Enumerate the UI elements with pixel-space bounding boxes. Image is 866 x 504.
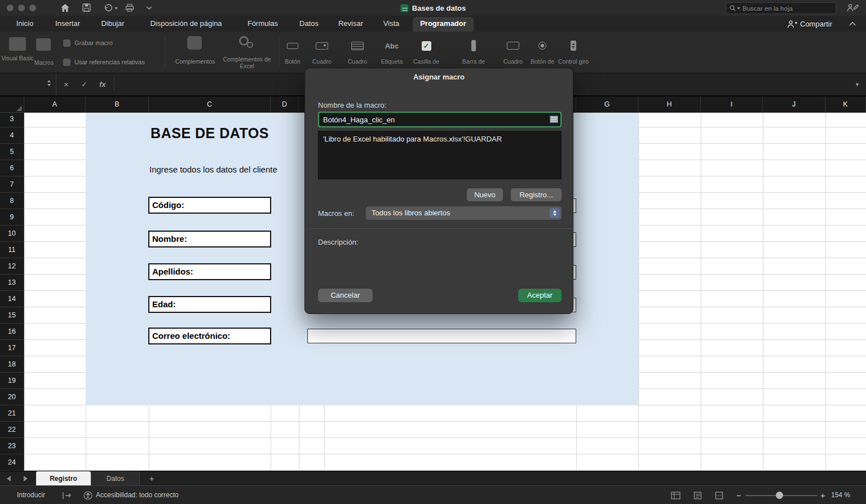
next-sheet-arrow-icon[interactable] xyxy=(24,476,28,481)
select-all-corner[interactable] xyxy=(0,96,24,113)
macro-list[interactable]: 'Libro de Excel habilitado para Macros.x… xyxy=(318,131,562,179)
row-header[interactable]: 9 xyxy=(0,209,24,226)
row-header[interactable]: 4 xyxy=(0,127,24,144)
confirm-entry-icon[interactable]: ✓ xyxy=(81,73,87,96)
tab-revisar[interactable]: Revisar xyxy=(338,16,363,32)
row-header[interactable]: 24 xyxy=(0,454,24,471)
row-header[interactable]: 7 xyxy=(0,176,24,193)
row-header[interactable]: 23 xyxy=(0,438,24,454)
search-input[interactable] xyxy=(743,5,827,12)
tab-dibujar[interactable]: Dibujar xyxy=(101,16,124,32)
range-selector-icon[interactable] xyxy=(550,116,558,123)
undo-icon[interactable] xyxy=(104,3,113,12)
undo-menu-chevron-icon[interactable] xyxy=(114,7,118,10)
row-header[interactable]: 13 xyxy=(0,275,24,291)
column-header-c[interactable]: C xyxy=(149,96,271,113)
column-header-j[interactable]: J xyxy=(763,96,825,113)
normal-view-icon[interactable] xyxy=(671,492,681,499)
row-header[interactable]: 17 xyxy=(0,340,24,356)
search-box[interactable] xyxy=(726,2,836,14)
field-input-correo[interactable] xyxy=(307,329,576,343)
relative-references-label[interactable]: Usar referencias relativas xyxy=(74,59,145,66)
name-box-stepper-icon[interactable] xyxy=(47,80,51,86)
cancel-entry-icon[interactable]: × xyxy=(64,73,69,96)
row-header[interactable]: 22 xyxy=(0,422,24,438)
print-icon[interactable] xyxy=(125,3,134,12)
column-header-k[interactable]: K xyxy=(825,96,866,113)
list-box-control-icon[interactable] xyxy=(348,38,367,53)
row-header[interactable]: 21 xyxy=(0,405,24,422)
combo-box-control-icon[interactable] xyxy=(312,38,332,53)
row-header[interactable]: 18 xyxy=(0,356,24,373)
tab-inicio[interactable]: Inicio xyxy=(16,16,33,32)
insert-function-button[interactable]: fx xyxy=(99,73,106,96)
checkbox-control-icon[interactable]: ✓ xyxy=(417,38,436,53)
label-control-icon[interactable]: Abc xyxy=(382,38,401,53)
maximize-window-button[interactable] xyxy=(29,5,36,11)
row-header[interactable]: 6 xyxy=(0,160,24,176)
row-header[interactable]: 15 xyxy=(0,307,24,324)
visual-basic-icon[interactable] xyxy=(9,37,26,51)
zoom-level[interactable]: 154 % xyxy=(831,486,850,504)
zoom-slider-thumb[interactable] xyxy=(776,492,783,499)
insert-mode-icon[interactable] xyxy=(62,492,72,499)
group-box-control-icon[interactable] xyxy=(503,38,523,53)
button-control-icon[interactable] xyxy=(283,38,302,53)
relative-references-icon[interactable] xyxy=(63,59,70,66)
tab-insertar[interactable]: Insertar xyxy=(55,16,80,32)
tab-datos[interactable]: Datos xyxy=(299,16,319,32)
row-header[interactable]: 16 xyxy=(0,324,24,340)
macro-name-input[interactable] xyxy=(318,112,562,127)
row-header[interactable]: 11 xyxy=(0,242,24,258)
macro-list-item[interactable]: 'Libro de Excel habilitado para Macros.x… xyxy=(319,131,561,147)
record-macro-icon[interactable] xyxy=(63,39,70,47)
column-header-g[interactable]: G xyxy=(576,96,638,113)
new-button[interactable]: Nuevo xyxy=(467,188,503,201)
minimize-window-button[interactable] xyxy=(18,5,25,11)
row-header[interactable]: 5 xyxy=(0,144,24,160)
tab-formulas[interactable]: Fórmulas xyxy=(248,16,278,32)
name-box[interactable] xyxy=(0,73,56,96)
row-header[interactable]: 10 xyxy=(0,226,24,242)
row-header[interactable]: 14 xyxy=(0,291,24,307)
add-ins-icon[interactable] xyxy=(187,36,202,50)
zoom-in-button[interactable]: + xyxy=(820,486,825,504)
share-button[interactable]: Compartir xyxy=(787,16,832,32)
page-break-view-icon[interactable] xyxy=(715,492,723,499)
tab-programador[interactable]: Programador xyxy=(413,17,474,32)
zoom-out-button[interactable]: − xyxy=(736,486,741,504)
accessibility-status[interactable]: Accesibilidad: todo correcto xyxy=(96,486,179,504)
prev-sheet-arrow-icon[interactable] xyxy=(7,476,11,481)
customize-toolbar-chevron-icon[interactable] xyxy=(146,6,152,10)
author-icon[interactable] xyxy=(847,3,859,13)
row-header[interactable]: 12 xyxy=(0,258,24,275)
tab-vista[interactable]: Vista xyxy=(383,16,400,32)
sheet-tab-datos[interactable]: Datos xyxy=(91,471,140,486)
row-header[interactable]: 20 xyxy=(0,389,24,405)
home-icon[interactable] xyxy=(60,3,70,12)
description-field[interactable] xyxy=(318,250,562,281)
cancel-button[interactable]: Cancelar xyxy=(318,289,373,302)
option-button-control-icon[interactable] xyxy=(533,38,552,53)
macros-in-dropdown[interactable]: Todos los libros abiertos xyxy=(366,206,562,220)
column-header-a[interactable]: A xyxy=(24,96,86,113)
ok-button[interactable]: Aceptar xyxy=(518,289,562,302)
spin-button-control-icon[interactable] xyxy=(564,38,583,53)
add-sheet-button[interactable]: + xyxy=(145,471,158,486)
row-header[interactable]: 8 xyxy=(0,193,24,209)
record-macro-label[interactable]: Grabar macro xyxy=(74,39,113,47)
collapse-ribbon-chevron-icon[interactable] xyxy=(849,21,856,26)
tab-disposicion[interactable]: Disposición de página xyxy=(150,16,222,32)
column-header-b[interactable]: B xyxy=(86,96,149,113)
record-button[interactable]: Registro... xyxy=(511,188,562,201)
expand-formula-bar-chevron-icon[interactable]: ▼ xyxy=(855,73,860,96)
accessibility-icon[interactable] xyxy=(83,491,92,500)
row-header[interactable]: 3 xyxy=(0,113,24,127)
close-window-button[interactable] xyxy=(7,5,14,11)
column-header-d[interactable]: D xyxy=(271,96,299,113)
column-header-i[interactable]: I xyxy=(701,96,763,113)
column-header-h[interactable]: H xyxy=(638,96,701,113)
save-icon[interactable] xyxy=(82,3,91,12)
sheet-tab-registro[interactable]: Registro xyxy=(36,471,91,486)
row-header[interactable]: 19 xyxy=(0,373,24,389)
